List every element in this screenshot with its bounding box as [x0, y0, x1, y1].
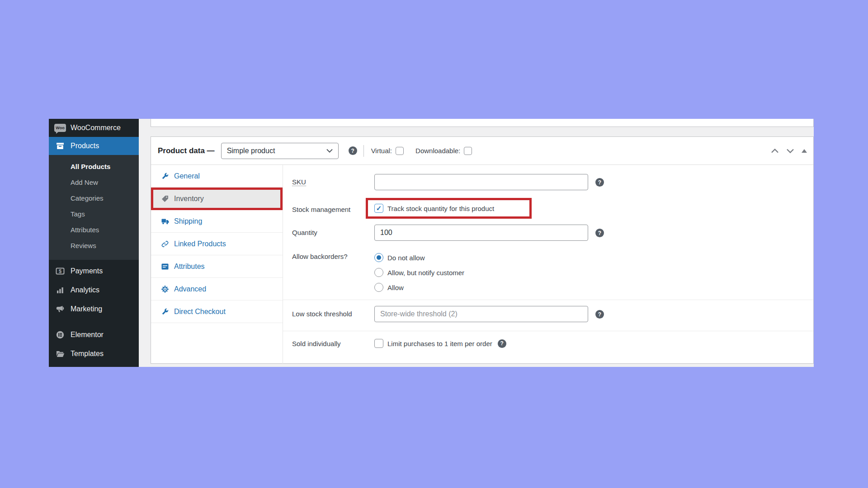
sidebar-item-label: Elementor — [71, 331, 104, 339]
gear-icon — [161, 286, 169, 293]
sidebar-item-label: Marketing — [71, 305, 102, 313]
tab-label: Direct Checkout — [174, 308, 226, 316]
tab-inventory[interactable]: Inventory — [151, 188, 283, 210]
svg-text:$: $ — [59, 268, 61, 274]
quantity-input[interactable] — [374, 225, 588, 241]
tab-linked-products[interactable]: Linked Products — [151, 233, 283, 255]
product-type-select[interactable]: Simple product — [221, 143, 339, 159]
downloadable-checkbox[interactable] — [464, 147, 472, 155]
chevron-down-icon — [326, 149, 333, 153]
product-data-panel: Product data — Simple product ? Virtual:… — [151, 136, 814, 364]
marketing-megaphone-icon — [54, 305, 66, 313]
inventory-form: SKU ? Stock management Track stock quant… — [283, 165, 813, 364]
tab-label: Shipping — [174, 217, 202, 225]
tab-shipping[interactable]: Shipping — [151, 210, 283, 233]
tab-label: Linked Products — [174, 240, 226, 248]
low-stock-threshold-input[interactable] — [374, 306, 588, 322]
tab-advanced[interactable]: Advanced — [151, 278, 283, 300]
products-submenu: All Products Add New Categories Tags Att… — [49, 155, 139, 260]
stock-management-row: Stock management Track stock quantity fo… — [283, 198, 813, 219]
sku-input[interactable] — [374, 174, 588, 190]
stock-management-highlight-box: Track stock quantity for this product — [366, 198, 532, 219]
tag-icon — [161, 195, 169, 202]
sold-individually-help-icon[interactable]: ? — [498, 339, 506, 348]
tab-general[interactable]: General — [151, 165, 283, 188]
backorder-option-allow-notify[interactable]: Allow, but notify customer — [374, 268, 464, 277]
sidebar-item-label: WooCommerce — [71, 124, 121, 132]
submenu-item-add-new[interactable]: Add New — [49, 174, 139, 190]
tab-direct-checkout[interactable]: Direct Checkout — [151, 300, 283, 323]
sidebar-item-payments[interactable]: $ Payments — [49, 262, 139, 281]
wrench-icon — [161, 173, 169, 180]
tab-attributes[interactable]: Attributes — [151, 255, 283, 278]
sidebar-item-label: Analytics — [71, 286, 99, 294]
sidebar-item-elementor[interactable]: Elementor — [49, 325, 139, 344]
quantity-help-icon[interactable]: ? — [595, 229, 604, 237]
sidebar-item-templates[interactable]: Templates — [49, 344, 139, 363]
track-stock-checkbox[interactable] — [374, 204, 383, 213]
sku-label: SKU — [292, 174, 374, 186]
toggle-panel-icon[interactable] — [802, 149, 807, 153]
track-stock-label: Track stock quantity for this product — [387, 205, 494, 212]
sidebar-item-analytics[interactable]: Analytics — [49, 281, 139, 300]
admin-content-area: Product data — Simple product ? Virtual:… — [139, 119, 814, 367]
product-type-help-icon[interactable]: ? — [349, 146, 357, 155]
product-data-body: General Inventory Shipping — [151, 165, 813, 364]
quantity-label: Quantity — [292, 225, 374, 236]
product-data-header: Product data — Simple product ? Virtual:… — [151, 137, 813, 165]
backorders-options: Do not allow Allow, but notify customer … — [374, 252, 464, 292]
woocommerce-logo-icon: Woo — [54, 124, 66, 132]
move-up-icon[interactable] — [771, 149, 779, 153]
templates-folder-icon — [54, 351, 66, 357]
submenu-item-attributes[interactable]: Attributes — [49, 222, 139, 238]
submenu-item-all-products[interactable]: All Products — [49, 159, 139, 174]
product-data-tabs: General Inventory Shipping — [151, 165, 283, 364]
analytics-icon — [54, 286, 66, 294]
radio[interactable] — [374, 268, 383, 277]
limit-purchases-checkbox[interactable] — [374, 339, 383, 348]
virtual-label: Virtual: — [371, 147, 392, 155]
tab-label: Inventory — [174, 195, 204, 203]
low-stock-help-icon[interactable]: ? — [595, 310, 604, 319]
backorders-label: Allow backorders? — [292, 252, 374, 260]
sidebar-item-label: Products — [71, 142, 99, 150]
payments-icon: $ — [54, 267, 66, 275]
link-icon — [161, 240, 169, 248]
radio[interactable] — [374, 283, 383, 292]
truck-icon — [161, 218, 169, 225]
options-group-divider — [283, 331, 813, 331]
move-down-icon[interactable] — [786, 149, 794, 153]
options-group-divider — [283, 300, 813, 300]
list-box-icon — [161, 263, 169, 270]
admin-sidebar: Woo WooCommerce Products All Products Ad… — [49, 119, 139, 367]
sku-help-icon[interactable]: ? — [595, 178, 604, 187]
submenu-item-categories[interactable]: Categories — [49, 190, 139, 206]
tab-label: Advanced — [174, 285, 206, 293]
sidebar-item-woocommerce[interactable]: Woo WooCommerce — [49, 119, 139, 137]
quantity-row: Quantity ? — [283, 225, 813, 241]
sidebar-item-label: Payments — [71, 267, 103, 275]
elementor-icon — [54, 331, 66, 339]
woocommerce-admin-screenshot: Woo WooCommerce Products All Products Ad… — [49, 119, 814, 367]
backorders-row: Allow backorders? Do not allow Allow, bu… — [283, 252, 813, 292]
limit-purchases-label: Limit purchases to 1 item per order — [387, 340, 492, 347]
header-divider — [363, 145, 364, 157]
backorder-option-allow[interactable]: Allow — [374, 283, 464, 292]
backorder-option-do-not-allow[interactable]: Do not allow — [374, 253, 464, 262]
submenu-item-reviews[interactable]: Reviews — [49, 238, 139, 253]
tab-label: Attributes — [174, 263, 205, 271]
sku-row: SKU ? — [283, 174, 813, 190]
radio-selected[interactable] — [374, 253, 383, 262]
stock-management-label: Stock management — [292, 198, 374, 213]
product-type-value: Simple product — [227, 147, 275, 155]
sold-individually-label: Sold individually — [292, 340, 374, 347]
virtual-checkbox[interactable] — [396, 147, 404, 155]
low-stock-threshold-row: Low stock threshold ? — [283, 306, 813, 322]
wrench-icon — [161, 308, 169, 315]
sidebar-item-label: Templates — [71, 350, 104, 358]
sidebar-item-marketing[interactable]: Marketing — [49, 300, 139, 319]
submenu-item-tags[interactable]: Tags — [49, 206, 139, 222]
sidebar-item-products[interactable]: Products — [49, 137, 139, 155]
sold-individually-row: Sold individually Limit purchases to 1 i… — [283, 339, 813, 348]
tab-label: General — [174, 172, 200, 180]
